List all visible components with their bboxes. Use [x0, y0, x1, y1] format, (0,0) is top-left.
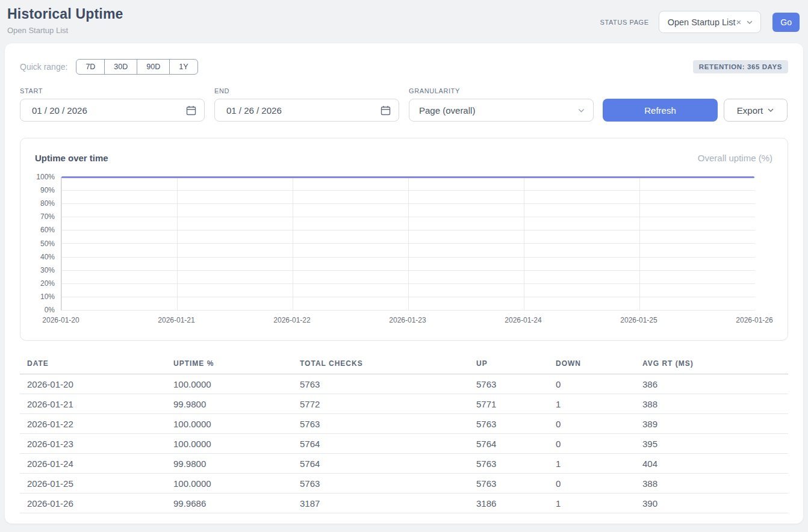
cell-up: 5763	[469, 414, 549, 434]
cell-down: 0	[549, 474, 635, 493]
cell-date: 2026-01-25	[20, 474, 166, 493]
granularity-field: GRANULARITY Page (overall)	[409, 87, 594, 122]
y-tick: 70%	[40, 212, 55, 221]
x-tick: 2026-01-21	[158, 316, 194, 324]
y-tick: 80%	[40, 199, 55, 208]
cell-total-checks: 3187	[293, 493, 469, 513]
y-tick: 40%	[40, 252, 55, 262]
end-date-value: 01 / 26 / 2026	[226, 105, 381, 116]
main-card: Quick range: 7D 30D 90D 1Y RETENTION: 36…	[5, 43, 803, 524]
go-button[interactable]: Go	[772, 13, 800, 32]
y-axis-labels: 100% 90% 80% 70% 60% 50% 40% 30% 20% 10%…	[20, 177, 58, 311]
quick-range-7d-button[interactable]: 7D	[76, 59, 105, 75]
y-tick: 90%	[40, 185, 55, 195]
cell-total-checks: 5763	[293, 374, 469, 394]
start-date-field: START 01 / 20 / 2026	[20, 87, 205, 122]
status-page-label: STATUS PAGE	[600, 19, 649, 26]
table-row: 2026-01-23 100.0000 5764 5764 0 395	[20, 434, 788, 454]
filters-row: START 01 / 20 / 2026 END 01 / 26 / 2026 …	[20, 87, 788, 122]
chart-legend: Overall uptime (%)	[698, 153, 772, 163]
quick-range-1y-button[interactable]: 1Y	[169, 59, 197, 75]
cell-avg-rt: 389	[635, 414, 788, 434]
col-header-down: DOWN	[549, 356, 635, 374]
cell-date: 2026-01-22	[20, 414, 166, 434]
granularity-label: GRANULARITY	[409, 87, 594, 94]
table-row: 2026-01-22 100.0000 5763 5763 0 389	[20, 414, 788, 434]
calendar-icon[interactable]	[186, 105, 196, 116]
start-date-value: 01 / 20 / 2026	[32, 105, 186, 116]
cell-avg-rt: 390	[635, 493, 788, 513]
table-header-row: DATE UPTIME % TOTAL CHECKS UP DOWN AVG R…	[20, 356, 788, 374]
cell-total-checks: 5764	[293, 434, 469, 454]
cell-avg-rt: 404	[635, 454, 788, 474]
end-label: END	[214, 87, 399, 94]
cell-avg-rt: 388	[635, 394, 788, 414]
clear-selection-icon[interactable]: ×	[736, 17, 742, 27]
granularity-value: Page (overall)	[419, 105, 577, 116]
y-tick: 10%	[40, 292, 55, 302]
col-header-date: DATE	[20, 356, 166, 374]
y-tick: 0%	[45, 305, 55, 315]
page-subtitle: Open Startup List	[7, 26, 123, 35]
cell-total-checks: 5763	[293, 474, 469, 493]
uptime-line-series	[61, 176, 754, 178]
cell-up: 3186	[469, 493, 549, 513]
calendar-icon[interactable]	[381, 105, 391, 116]
cell-up: 5764	[469, 434, 549, 454]
cell-total-checks: 5763	[293, 414, 469, 434]
cell-down: 0	[549, 374, 635, 394]
col-header-total-checks: TOTAL CHECKS	[293, 356, 469, 374]
retention-badge: RETENTION: 365 DAYS	[693, 60, 788, 73]
refresh-button[interactable]: Refresh	[603, 99, 718, 122]
cell-total-checks: 5764	[293, 454, 469, 474]
status-page-selected-value: Open Startup List	[668, 17, 736, 27]
start-date-input[interactable]: 01 / 20 / 2026	[20, 99, 205, 122]
cell-uptime: 100.0000	[166, 374, 293, 394]
y-tick: 60%	[40, 225, 55, 235]
quick-range-90d-button[interactable]: 90D	[137, 59, 170, 75]
start-label: START	[20, 87, 205, 94]
cell-uptime: 99.9800	[166, 394, 293, 414]
end-date-input[interactable]: 01 / 26 / 2026	[214, 99, 399, 122]
export-button[interactable]: Export	[724, 99, 788, 122]
chart-plot-area	[61, 177, 755, 311]
y-tick: 50%	[40, 239, 55, 249]
quick-range-30d-button[interactable]: 30D	[104, 59, 137, 75]
cell-down: 0	[549, 414, 635, 434]
cell-uptime: 99.9686	[166, 493, 293, 513]
granularity-select[interactable]: Page (overall)	[409, 99, 594, 122]
cell-up: 5763	[469, 454, 549, 474]
y-tick: 20%	[40, 279, 55, 288]
cell-uptime: 100.0000	[166, 414, 293, 434]
quick-range-row: Quick range: 7D 30D 90D 1Y RETENTION: 36…	[20, 59, 788, 75]
cell-date: 2026-01-26	[20, 493, 166, 513]
x-tick: 2026-01-22	[273, 316, 310, 324]
col-header-uptime: UPTIME %	[166, 356, 293, 374]
x-tick: 2026-01-24	[505, 316, 541, 324]
x-tick: 2026-01-26	[736, 316, 772, 324]
chart-title: Uptime over time	[35, 153, 108, 163]
y-tick: 100%	[36, 172, 55, 182]
status-page-selector[interactable]: Open Startup List ×	[659, 11, 762, 33]
export-label: Export	[737, 105, 763, 116]
cell-up: 5771	[469, 394, 549, 414]
uptime-chart-card: Uptime over time Overall uptime (%) 100%…	[20, 138, 788, 341]
table-row: 2026-01-21 99.9800 5772 5771 1 388	[20, 394, 788, 414]
cell-avg-rt: 386	[635, 374, 788, 394]
cell-up: 5763	[469, 374, 549, 394]
end-date-field: END 01 / 26 / 2026	[214, 87, 399, 122]
chevron-down-icon	[767, 107, 774, 114]
page-header: Historical Uptime Open Startup List STAT…	[0, 0, 808, 43]
quick-range-group: 7D 30D 90D 1Y	[76, 59, 197, 75]
title-block: Historical Uptime Open Startup List	[7, 6, 123, 35]
x-tick: 2026-01-23	[389, 316, 426, 324]
cell-down: 0	[549, 434, 635, 454]
cell-up: 5763	[469, 474, 549, 493]
cell-uptime: 100.0000	[166, 474, 293, 493]
cell-avg-rt: 395	[635, 434, 788, 454]
table-row: 2026-01-20 100.0000 5763 5763 0 386	[20, 374, 788, 394]
page-title: Historical Uptime	[7, 6, 123, 22]
chevron-down-icon	[746, 19, 753, 26]
cell-avg-rt: 388	[635, 474, 788, 493]
table-row: 2026-01-24 99.9800 5764 5763 1 404	[20, 454, 788, 474]
